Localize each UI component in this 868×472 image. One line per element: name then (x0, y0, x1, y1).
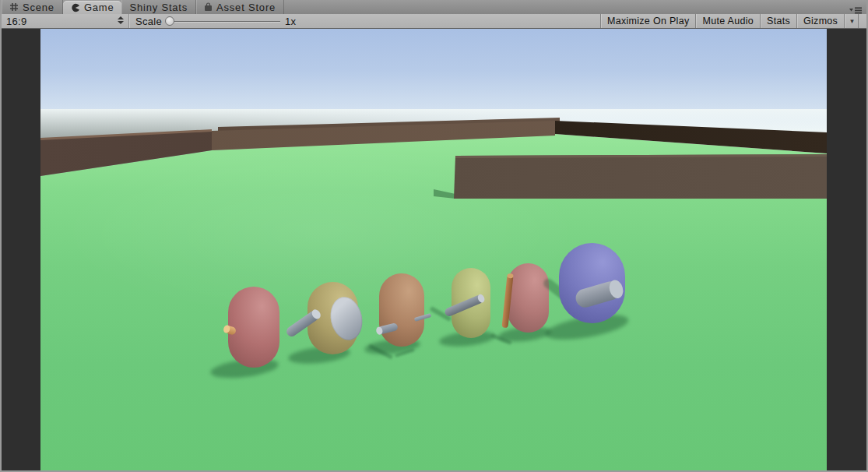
mute-audio-button[interactable]: Mute Audio (695, 14, 760, 28)
capsule-red-2-cylinder-cap (507, 273, 514, 279)
scale-slider[interactable] (165, 14, 280, 29)
capsule-red-1 (228, 287, 279, 368)
game-viewport[interactable] (40, 29, 827, 470)
tab-scene-label: Scene (23, 2, 54, 13)
letterbox-left (2, 29, 40, 470)
maximize-on-play-label: Maximize On Play (607, 16, 690, 26)
gizmos-dropdown-arrow[interactable]: ▾ (844, 14, 859, 28)
game-view-toolbar: 16:9 Scale 1x Maximize On Play Mute Audi… (2, 14, 866, 29)
tab-bar: Scene Game Shiny Stats Asset Store (2, 0, 866, 14)
tab-shiny-stats[interactable]: Shiny Stats (121, 0, 196, 14)
pane-menu-icon[interactable] (849, 4, 863, 12)
tab-asset-store-label: Asset Store (216, 2, 276, 13)
stats-label: Stats (767, 16, 790, 26)
tab-scene[interactable]: Scene (2, 0, 63, 14)
game-render-area (2, 29, 866, 470)
toolbar-separator (128, 14, 129, 28)
letterbox-right (827, 29, 866, 470)
gizmos-label: Gizmos (803, 16, 838, 26)
stats-button[interactable]: Stats (760, 14, 796, 28)
gizmos-button[interactable]: Gizmos (796, 14, 844, 28)
chevron-down-icon: ▾ (850, 17, 854, 25)
tab-game[interactable]: Game (63, 1, 122, 14)
scale-slider-track[interactable] (173, 21, 280, 23)
dropdown-stepper-icon (118, 16, 124, 24)
unity-game-window: Scene Game Shiny Stats Asset Store 16:9 … (0, 0, 868, 472)
grid-icon (9, 2, 19, 12)
scale-value: 1x (285, 16, 296, 27)
aspect-ratio-dropdown[interactable]: 16:9 (2, 14, 128, 28)
tab-shiny-stats-label: Shiny Stats (129, 2, 188, 13)
toolbar-buttons: Maximize On Play Mute Audio Stats Gizmos… (600, 14, 859, 28)
scale-label: Scale (135, 16, 162, 27)
scale-slider-knob[interactable] (165, 16, 174, 26)
bag-icon (204, 2, 213, 12)
aspect-ratio-value: 16:9 (6, 16, 27, 27)
tab-game-label: Game (84, 2, 114, 13)
capsule-red-2 (508, 263, 549, 333)
game-icon (71, 3, 80, 12)
capsule-red-1-cylinder-cap (223, 324, 230, 333)
characters-group (40, 29, 827, 470)
mute-audio-label: Mute Audio (702, 16, 754, 26)
maximize-on-play-button[interactable]: Maximize On Play (600, 14, 696, 28)
capsule-brown-cylinder-cap (375, 326, 383, 336)
tab-asset-store[interactable]: Asset Store (196, 0, 284, 14)
capsule-brown (379, 273, 424, 347)
